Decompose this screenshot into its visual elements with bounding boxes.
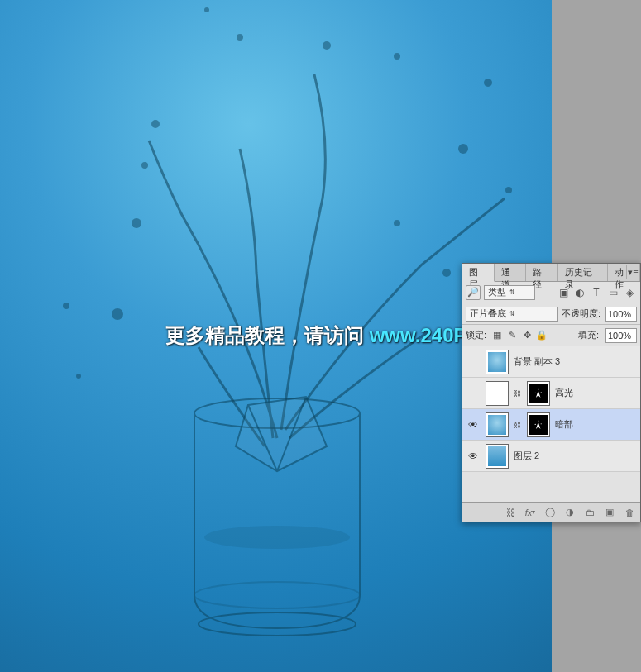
svg-point-18 (394, 220, 400, 226)
visibility-toggle[interactable]: 👁 (466, 419, 481, 431)
link-layers-icon[interactable]: ⛓ (505, 507, 516, 518)
svg-point-20 (535, 393, 536, 393)
svg-point-11 (204, 7, 209, 12)
fx-icon[interactable]: fx▾ (524, 507, 536, 518)
svg-point-22 (538, 421, 538, 422)
new-layer-icon[interactable]: ▣ (604, 507, 615, 518)
smart-filter-icon[interactable]: ◈ (624, 287, 635, 298)
svg-point-17 (442, 269, 451, 277)
layer-row[interactable]: 👁 ⛓ 暗部 (462, 409, 640, 441)
tab-channels[interactable]: 通道 (495, 264, 527, 281)
lock-fill-row: 锁定: ▦ ✎ ✥ 🔒 填充: 100% (462, 325, 640, 346)
blend-mode-value: 正片叠底 (470, 307, 506, 320)
adjust-filter-icon[interactable]: ◐ (574, 287, 586, 298)
tab-paths[interactable]: 路径 (526, 264, 558, 281)
svg-point-6 (132, 218, 141, 228)
watermark-prefix: 更多精品教程，请访问 (165, 324, 370, 346)
layer-row[interactable]: 背景 副本 3 (462, 346, 640, 378)
mask-link-icon[interactable]: ⛓ (514, 421, 522, 429)
svg-point-3 (204, 526, 350, 549)
layers-panel: ▾≡ 图层 通道 路径 历史记录 动作 🔎 类型 ⇅ ▣ ◐ T ▭ ◈ 正片叠… (462, 263, 641, 522)
layer-filter-row: 🔎 类型 ⇅ ▣ ◐ T ▭ ◈ (462, 282, 640, 303)
layer-name-label: 背景 副本 3 (514, 355, 637, 368)
fill-label: 填充: (578, 329, 599, 341)
svg-point-15 (458, 144, 468, 154)
lock-transparency-icon[interactable]: ▦ (491, 330, 503, 341)
layer-name-label: 图层 2 (514, 450, 637, 462)
svg-point-9 (76, 374, 81, 379)
layer-row[interactable]: ⛓ 高光 (462, 378, 640, 409)
tab-history[interactable]: 历史记录 (558, 264, 608, 281)
opacity-label: 不透明度: (562, 307, 600, 320)
svg-point-19 (538, 389, 538, 390)
svg-point-23 (535, 424, 536, 425)
svg-point-24 (541, 423, 542, 424)
svg-point-21 (541, 392, 542, 393)
svg-point-1 (199, 612, 356, 636)
panel-footer: ⛓ fx▾ ◯ ◑ 🗀 ▣ 🗑 (462, 502, 640, 522)
trash-icon[interactable]: 🗑 (624, 507, 635, 518)
fill-adjustment-icon[interactable]: ◑ (564, 507, 576, 518)
svg-point-8 (63, 303, 69, 309)
layer-mask-thumbnail[interactable] (527, 381, 550, 406)
layer-name-label: 高光 (555, 387, 637, 399)
svg-point-5 (141, 162, 148, 169)
tab-layers[interactable]: 图层 (462, 264, 495, 282)
lock-move-icon[interactable]: ✥ (521, 330, 533, 341)
lock-label: 锁定: (466, 329, 486, 341)
layer-thumbnail[interactable] (486, 412, 509, 437)
layer-thumbnail[interactable] (486, 350, 509, 374)
svg-point-2 (194, 582, 360, 608)
blend-opacity-row: 正片叠底 ⇅ 不透明度: 100% (462, 303, 640, 325)
svg-point-10 (237, 34, 243, 41)
svg-point-7 (112, 308, 123, 320)
image-filter-icon[interactable]: ▣ (557, 287, 569, 298)
svg-point-12 (323, 41, 331, 50)
visibility-toggle[interactable]: 👁 (466, 450, 481, 462)
mask-icon[interactable]: ◯ (544, 507, 556, 518)
panel-tabs: 图层 通道 路径 历史记录 动作 (462, 264, 640, 282)
blend-mode-dropdown[interactable]: 正片叠底 ⇅ (466, 307, 558, 322)
chevron-updown-icon: ⇅ (509, 310, 515, 317)
group-icon[interactable]: 🗀 (584, 507, 596, 518)
chevron-updown-icon: ⇅ (509, 288, 515, 296)
lock-all-icon[interactable]: 🔒 (536, 330, 548, 341)
layer-thumbnail[interactable] (486, 444, 509, 469)
svg-point-16 (505, 187, 512, 193)
panel-menu-button[interactable]: ▾≡ (626, 265, 639, 279)
svg-point-14 (484, 79, 492, 87)
filter-type-label: 类型 (488, 286, 506, 298)
layers-list: 背景 副本 3 ⛓ 高光 👁 ⛓ 暗部 👁 (462, 346, 640, 472)
filter-type-dropdown[interactable]: 类型 ⇅ (484, 285, 535, 300)
layer-mask-thumbnail[interactable] (527, 412, 550, 437)
search-icon[interactable]: 🔎 (466, 285, 481, 300)
opacity-input[interactable]: 100% (605, 307, 637, 322)
svg-point-13 (394, 53, 400, 60)
layer-name-label: 暗部 (555, 418, 637, 431)
fill-input[interactable]: 100% (605, 328, 637, 343)
lock-paint-icon[interactable]: ✎ (506, 330, 518, 341)
shape-filter-icon[interactable]: ▭ (607, 287, 619, 298)
layer-thumbnail[interactable] (486, 381, 509, 406)
mask-link-icon[interactable]: ⛓ (514, 389, 522, 398)
svg-point-4 (151, 120, 160, 128)
layers-empty-area (462, 472, 640, 502)
layer-row[interactable]: 👁 图层 2 (462, 441, 640, 472)
text-filter-icon[interactable]: T (591, 287, 602, 298)
